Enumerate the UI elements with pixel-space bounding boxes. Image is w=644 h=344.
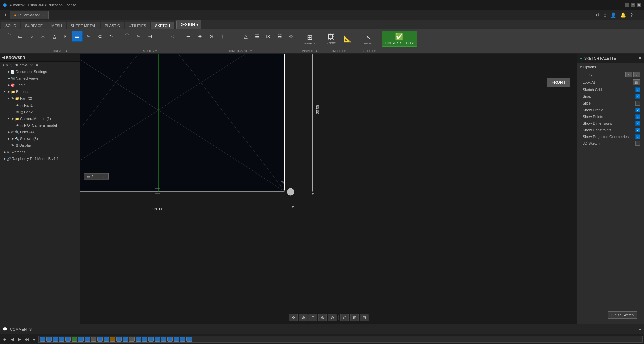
timeline-marker[interactable]	[46, 337, 52, 342]
close-button[interactable]: ✕	[637, 3, 641, 7]
finish-sketch-palette-btn[interactable]: Finish Sketch	[608, 311, 637, 319]
bell-icon[interactable]: 🔔	[619, 12, 627, 18]
timeline-end-btn[interactable]: ⏭	[31, 336, 38, 343]
tree-doc-settings[interactable]: ▶ 📄 Document Settings	[0, 68, 80, 75]
viewport[interactable]: FRONT R2.00	[80, 54, 577, 324]
line-tool[interactable]: ⌒	[3, 31, 14, 42]
tab-surface[interactable]: SURFACE	[21, 22, 47, 29]
grid-icon[interactable]: ⊞	[350, 314, 359, 321]
tab-mesh[interactable]: MESH	[47, 22, 66, 29]
polygon-tool[interactable]: △	[49, 31, 60, 42]
finish-sketch-toolbar-btn[interactable]: ✅ FINISH SKETCH ▾	[382, 31, 417, 47]
trim2-tool[interactable]: ✂	[133, 31, 144, 42]
scale-tool[interactable]: ⇔	[167, 31, 178, 42]
nav-cube[interactable]: FRONT	[543, 60, 570, 87]
tree-lens[interactable]: ▶ 👁 🔍 Lens (4)	[0, 129, 80, 135]
arc-tool[interactable]: ⌓	[38, 31, 48, 42]
tree-fan2[interactable]: 👁 ◻ Fan2	[0, 109, 80, 115]
timeline-next-btn[interactable]: ⏭	[23, 336, 30, 343]
trim-tool[interactable]: ✂	[83, 31, 94, 42]
help-icon[interactable]: ?	[629, 12, 634, 18]
sketch-grid-checkbox[interactable]: ✓	[635, 87, 640, 92]
pan-icon[interactable]: ✛	[289, 314, 298, 321]
perp-tool[interactable]: ⊥	[229, 31, 239, 42]
tree-screws[interactable]: ▶ 👁 🔩 Screws (3)	[0, 135, 80, 142]
show-constraints-checkbox[interactable]: ✓	[635, 128, 640, 132]
show-dimensions-checkbox[interactable]: ✓	[635, 121, 640, 126]
zoom-out-icon[interactable]: ⊖	[328, 314, 337, 321]
tree-bodies[interactable]: ▾ 👁 📁 Bodies	[0, 88, 80, 95]
timeline-marker[interactable]	[136, 337, 141, 342]
timeline-marker[interactable]	[72, 337, 77, 342]
timeline-marker[interactable]	[59, 337, 64, 342]
design-dropdown[interactable]: DESIGN ▾	[176, 20, 201, 29]
tree-fan[interactable]: ▾ 👁 📁 Fan (2)	[0, 95, 80, 102]
timeline-marker[interactable]	[148, 337, 154, 342]
show-points-checkbox[interactable]: ✓	[635, 114, 640, 119]
inspect-btn[interactable]: ⊞ INSPECT	[302, 31, 318, 47]
offset-curve-tool[interactable]: ⊂	[95, 31, 105, 42]
3d-sketch-checkbox[interactable]	[635, 141, 640, 146]
equal-tool[interactable]: ☵	[274, 31, 285, 42]
options-section-header[interactable]: ▾ Options	[577, 63, 644, 71]
slice-checkbox[interactable]	[635, 101, 640, 106]
timeline-marker[interactable]	[53, 337, 58, 342]
tab-plastic[interactable]: PLASTIC	[101, 22, 124, 29]
linetype-dashed-btn[interactable]: ○	[633, 72, 640, 77]
tang-tool[interactable]: △	[240, 31, 251, 42]
timeline-marker[interactable]	[65, 337, 71, 342]
zoom-in-icon[interactable]: ⊕	[318, 314, 327, 321]
coinc-tool[interactable]: ⊕	[195, 31, 205, 42]
circle-tool[interactable]: ○	[26, 31, 37, 42]
snap-checkbox[interactable]: ✓	[635, 94, 640, 99]
look-at-btn[interactable]: ⊡	[633, 79, 640, 85]
tab-utilities[interactable]: UTILITIES	[125, 22, 150, 29]
timeline-marker[interactable]	[78, 337, 84, 342]
extend-tool[interactable]: ⊣	[145, 31, 155, 42]
timeline-marker[interactable]	[123, 337, 128, 342]
timeline-play-btn[interactable]: ▶	[16, 336, 23, 343]
linetype-solid-btn[interactable]: ◁	[625, 72, 632, 77]
break-tool[interactable]: —	[156, 31, 167, 42]
tree-origin[interactable]: ▶ 🎯 Origin	[0, 82, 80, 88]
show-projected-checkbox[interactable]: ✓	[635, 134, 640, 139]
show-profile-checkbox[interactable]: ✓	[635, 108, 640, 112]
insert-dxf-btn[interactable]: 📐	[339, 31, 356, 47]
tree-rpi[interactable]: ▶ 🔗 Raspberry Pi 4 Model B v1:1	[0, 155, 80, 162]
corner-br[interactable]	[287, 188, 294, 196]
window-controls[interactable]: − □ ✕	[625, 3, 641, 7]
view-cube-icon[interactable]: ⬡	[340, 314, 349, 321]
fix-tool[interactable]: ⊗	[286, 31, 297, 42]
sketch-rect-tool[interactable]: ▬	[72, 31, 83, 42]
tree-hq-camera[interactable]: 👁 ◻ HQ_Camera_model	[0, 122, 80, 129]
tree-display[interactable]: 👁 🖥 Display	[0, 142, 80, 149]
rectangle-tool[interactable]: ▭	[15, 31, 25, 42]
comments-expand-icon[interactable]: +	[639, 327, 641, 331]
orbit-icon[interactable]: ⊕	[299, 314, 308, 321]
edge-b[interactable]	[155, 188, 160, 194]
tab-close-button[interactable]: ×	[42, 13, 44, 17]
timeline-prev-btn[interactable]: ⏮	[1, 336, 8, 343]
tree-root[interactable]: ▾ 👁 ⬡ PiCamV3 v5 ⚙	[0, 62, 80, 68]
timeline-marker[interactable]	[155, 337, 160, 342]
tab-sketch[interactable]: SKETCH	[151, 22, 174, 29]
tab-picam[interactable]: ● PiCamV3 v5* ×	[10, 11, 49, 19]
zoom-fit-icon[interactable]: ⊡	[309, 314, 317, 321]
timeline-marker[interactable]	[91, 337, 96, 342]
timeline-marker[interactable]	[142, 337, 147, 342]
collin-tool[interactable]: ⊘	[206, 31, 217, 42]
tree-sketches[interactable]: ▶ ✏ Sketches	[0, 149, 80, 155]
new-tab-button[interactable]: +	[1, 12, 10, 18]
offset-more-icon[interactable]: ⋮	[102, 174, 106, 179]
slot-tool[interactable]: ⊡	[60, 31, 71, 42]
timeline-marker[interactable]	[110, 337, 115, 342]
parallel-tool[interactable]: ⋕	[217, 31, 228, 42]
home-icon[interactable]: ⌂	[602, 12, 608, 18]
maximize-button[interactable]: □	[631, 3, 635, 7]
timeline-marker[interactable]	[85, 337, 90, 342]
timeline-marker[interactable]	[116, 337, 122, 342]
tree-camera-module[interactable]: ▾ 👁 📁 CameraModule (1)	[0, 115, 80, 122]
timeline-marker[interactable]	[97, 337, 103, 342]
browser-collapse-icon[interactable]: ◀	[2, 55, 5, 60]
minimize-button[interactable]: −	[625, 3, 629, 7]
